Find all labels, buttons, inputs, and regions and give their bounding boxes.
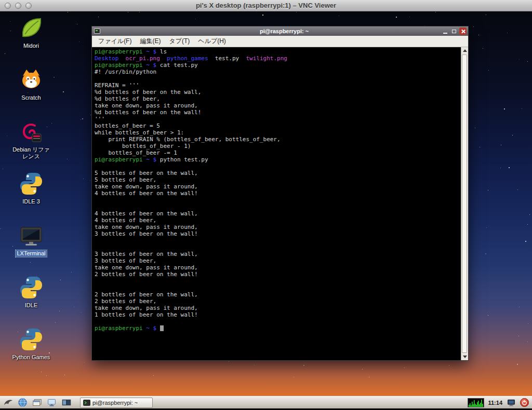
terminal-line: 4 bottles of beer on the wall,: [95, 210, 459, 217]
desktop-icons-column: Midori Scratch: [9, 16, 53, 379]
close-window-button[interactable]: [5, 3, 11, 9]
globe-icon: [18, 398, 28, 407]
desktop-icon-idle3[interactable]: IDLE 3: [9, 171, 53, 223]
terminal-line: take one down, pass it around,: [95, 305, 459, 311]
close-icon: [461, 29, 466, 34]
python-icon: [19, 171, 44, 196]
terminal-menubar: ファイル(F) 編集(E) タブ(T) ヘルプ(H): [92, 36, 468, 47]
terminal-output[interactable]: pi@raspberrypi ~ $ lsDesktop ocr_pi.png …: [95, 48, 459, 360]
maximize-icon: [452, 30, 456, 33]
debian-swirl-icon: [19, 119, 44, 144]
terminal-titlebar[interactable]: pi@raspberrypi: ~: [92, 26, 468, 36]
terminal-line: bottles_of_beer -= 1: [95, 149, 459, 156]
terminal-line: %d bottles of beer on the wall!: [95, 109, 459, 116]
pager-icon: [61, 398, 72, 407]
terminal-line: ''': [95, 116, 459, 122]
terminal-line: [95, 244, 459, 251]
zoom-window-button[interactable]: [25, 3, 32, 9]
terminal-line: take one down, pass it around,: [95, 224, 459, 230]
minimize-icon: [443, 33, 447, 34]
terminal-line: [95, 278, 459, 284]
scrollbar-thumb[interactable]: [462, 54, 467, 353]
terminal-line: [95, 284, 459, 291]
desktop-icon-debian-reference[interactable]: Debian リファレンス: [9, 119, 53, 171]
show-desktop-button[interactable]: [46, 397, 58, 408]
desktop-icon-midori[interactable]: Midori: [9, 16, 53, 67]
terminal-cursor: [160, 325, 164, 331]
desktop-icon-label: IDLE: [24, 302, 38, 309]
python-icon: [19, 275, 44, 300]
python-icon: [19, 327, 44, 352]
terminal-window: pi@raspberrypi: ~ ファイル(F) 編集(E) タブ(T) ヘル…: [91, 26, 469, 361]
scroll-down-button[interactable]: [461, 353, 468, 360]
screenlock-button[interactable]: [506, 397, 516, 408]
terminal-monitor-icon: [19, 223, 44, 248]
terminal-line: pi@raspberrypi ~ $ ls: [95, 48, 459, 55]
taskbar-window-button[interactable]: pi@raspberrypi: ~: [80, 398, 153, 408]
terminal-line: 3 bottles of beer on the wall,: [95, 251, 459, 257]
desktop-icon-label: Debian リファレンス: [9, 146, 53, 160]
arrow-down-icon: [463, 356, 467, 358]
terminal-titlebar-icon: [94, 29, 100, 34]
terminal-body: pi@raspberrypi ~ $ lsDesktop ocr_pi.png …: [92, 47, 468, 360]
web-browser-launcher[interactable]: [17, 397, 29, 408]
screenlock-monitor-icon: [507, 398, 516, 407]
terminal-line: [95, 163, 459, 170]
terminal-line: pi@raspberrypi ~ $: [95, 325, 459, 332]
terminal-close-button[interactable]: [459, 28, 467, 35]
terminal-line: 3 bottles of beer on the wall!: [95, 230, 459, 237]
desktop-icon-idle[interactable]: IDLE: [9, 275, 53, 327]
task-button-label: pi@raspberrypi: ~: [92, 400, 138, 406]
vnc-titlebar: pi's X desktop (raspberrypi:1) – VNC Vie…: [0, 0, 532, 11]
terminal-line: [95, 203, 459, 210]
terminal-line: REFRAIN = ''': [95, 82, 459, 89]
terminal-line: 2 bottles of beer on the wall,: [95, 291, 459, 298]
desktop-icon-python-games[interactable]: Python Games: [9, 327, 53, 379]
terminal-line: Desktop ocr_pi.png python_games test.py …: [95, 55, 459, 62]
taskbar-clock[interactable]: 11:14: [488, 400, 502, 406]
terminal-line: bottles_of_beer - 1): [95, 143, 459, 149]
terminal-line: [95, 197, 459, 203]
terminal-line: [95, 318, 459, 325]
lxde-menu-button[interactable]: [2, 397, 14, 408]
terminal-line: bottles_of_beer = 5: [95, 122, 459, 129]
menu-edit[interactable]: 編集(E): [136, 36, 165, 47]
power-icon: [521, 399, 528, 406]
terminal-line: while bottles_of_beer > 1:: [95, 129, 459, 136]
desktop-icon-scratch[interactable]: Scratch: [9, 67, 53, 119]
terminal-line: 2 bottles of beer on the wall!: [95, 271, 459, 278]
terminal-scrollbar: [461, 47, 468, 360]
terminal-line: 3 bottles of beer,: [95, 257, 459, 264]
terminal-line: 1 bottles of beer on the wall!: [95, 311, 459, 318]
desktop-pager[interactable]: [60, 397, 72, 408]
desktop-icon-label: Python Games: [11, 354, 51, 361]
terminal-line: take one down, pass it around,: [95, 264, 459, 271]
minimize-window-button[interactable]: [15, 3, 21, 9]
terminal-line: 4 bottles of beer on the wall!: [95, 190, 459, 197]
terminal-line: 2 bottles of beer,: [95, 298, 459, 305]
menu-file[interactable]: ファイル(F): [94, 36, 136, 47]
terminal-line: #! /usr/bin/python: [95, 69, 459, 75]
desktop-background[interactable]: Midori Scratch: [0, 11, 532, 410]
file-manager-launcher[interactable]: [31, 397, 43, 408]
vnc-viewer-window: pi's X desktop (raspberrypi:1) – VNC Vie…: [0, 0, 532, 410]
terminal-line: 4 bottles of beer,: [95, 217, 459, 224]
terminal-line: %d bottles of beer,: [95, 95, 459, 102]
terminal-line: 5 bottles of beer,: [95, 176, 459, 183]
scroll-up-button[interactable]: [461, 47, 468, 54]
vnc-window-title: pi's X desktop (raspberrypi:1) – VNC Vie…: [196, 2, 336, 9]
terminal-line: %d bottles of beer on the wall,: [95, 89, 459, 95]
terminal-line: pi@raspberrypi ~ $ python test.py: [95, 156, 459, 163]
terminal-line: pi@raspberrypi ~ $ cat test.py: [95, 62, 459, 69]
desktop-icon-lxterminal[interactable]: LXTerminal: [9, 223, 53, 275]
window-traffic-lights: [5, 3, 32, 9]
terminal-minimize-button[interactable]: [442, 28, 449, 35]
logout-power-button[interactable]: [520, 398, 529, 407]
terminal-line: [95, 237, 459, 244]
terminal-maximize-button[interactable]: [450, 28, 458, 35]
taskbar: pi@raspberrypi: ~: [0, 396, 532, 408]
desktop-icon-label: Midori: [22, 43, 40, 49]
cpu-usage-monitor: [468, 398, 484, 407]
menu-help[interactable]: ヘルプ(H): [194, 36, 230, 47]
menu-tabs[interactable]: タブ(T): [165, 36, 194, 47]
